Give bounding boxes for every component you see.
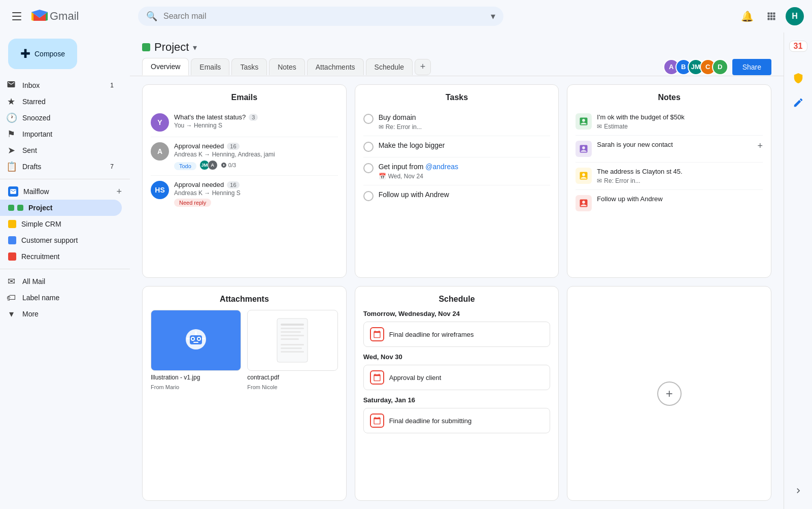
sidebar-folder-simple-crm[interactable]: Simple CRM <box>0 216 122 232</box>
compose-button[interactable]: ✚ Compose <box>8 39 77 69</box>
note-text-4: Follow up with Andrew <box>597 195 763 203</box>
note-sub-icon-3: ✉ <box>597 177 602 184</box>
add-note-button[interactable]: + <box>657 381 682 406</box>
schedule-section-3: Saturday, Jan 16 Final deadline for subm… <box>363 396 551 433</box>
folder-simple-crm-label: Simple CRM <box>21 220 61 228</box>
svg-rect-25 <box>281 338 299 340</box>
task-checkbox-2[interactable] <box>363 142 374 152</box>
sent-label: Sent <box>22 146 37 154</box>
tab-add-button[interactable]: + <box>415 59 431 75</box>
mailflow-add-icon[interactable]: + <box>116 186 122 197</box>
svg-rect-23 <box>281 331 301 333</box>
note-item-2[interactable]: Sarah is your new contact + <box>576 136 763 163</box>
user-avatar[interactable]: H <box>786 7 804 25</box>
sidebar-item-label-name[interactable]: 🏷 Label name <box>0 290 122 306</box>
email-from-2: Andreas K → Henning, Andreas, jami <box>174 151 338 158</box>
svg-point-13 <box>192 338 194 340</box>
search-dropdown-icon[interactable]: ▾ <box>491 11 495 22</box>
task-item-4[interactable]: Follow up with Andrew <box>363 185 551 206</box>
note-text-3: The address is Clayton st 45. <box>597 168 763 175</box>
sidebar-folder-project[interactable]: Project <box>0 200 122 216</box>
search-input[interactable] <box>163 12 485 21</box>
task-checkbox-3[interactable] <box>363 163 374 173</box>
sidebar-item-sent[interactable]: ➤ Sent <box>0 142 122 158</box>
task-label-4: Follow up with Andrew <box>379 190 551 199</box>
note-icon-1 <box>576 113 592 130</box>
note-body-1: I'm ok with the budget of $50k ✉ Estimat… <box>597 113 763 130</box>
edit-sidebar-icon[interactable] <box>788 92 808 113</box>
task-body-2: Make the logo bigger <box>379 141 551 149</box>
schedule-item-2[interactable]: Approval by client <box>363 365 551 390</box>
task-item-2[interactable]: Make the logo bigger <box>363 136 551 157</box>
project-title-label: Project <box>154 41 189 54</box>
email-from-3: Andreas K → Henning S <box>174 189 338 197</box>
share-button[interactable]: Share <box>732 59 771 75</box>
calendar-date: 31 <box>794 42 803 50</box>
email-item-1[interactable]: Y What's the latest status? 3 You → Henn… <box>151 108 338 137</box>
notes-add-card: + <box>567 286 771 501</box>
sidebar-item-snoozed[interactable]: 🕐 Snoozed <box>0 110 122 126</box>
notification-button[interactable]: 🔔 <box>737 6 757 26</box>
task-item-3[interactable]: Get input from @andreas 📅 Wed, Nov 24 <box>363 157 551 185</box>
expand-sidebar-icon[interactable] <box>788 481 808 501</box>
email-item-2[interactable]: A Approval needed 16 Andreas K → Henning… <box>151 137 338 176</box>
note-item-1[interactable]: I'm ok with the budget of $50k ✉ Estimat… <box>576 108 763 136</box>
sidebar-item-inbox[interactable]: Inbox 1 <box>0 77 122 93</box>
tab-schedule[interactable]: Schedule <box>366 58 413 75</box>
project-title[interactable]: Project ▾ <box>142 41 197 54</box>
email-tag-reply: Need reply <box>174 199 211 207</box>
note-item-3[interactable]: The address is Clayton st 45. ✉ Re: Erro… <box>576 163 763 190</box>
note-icon-3 <box>576 168 592 184</box>
calendar-widget[interactable]: 31 <box>789 41 807 52</box>
schedule-date-3: Saturday, Jan 16 <box>363 396 551 404</box>
project-dropdown-icon[interactable]: ▾ <box>193 43 197 52</box>
note-item-4[interactable]: Follow up with Andrew <box>576 190 763 216</box>
tasks-sidebar-icon[interactable] <box>788 68 808 88</box>
sidebar-folder-recruitment[interactable]: Recruitment <box>0 248 122 265</box>
attach-grid: Illustration - v1.jpg From Mario <box>151 310 338 390</box>
schedule-item-1[interactable]: Final deadline for wireframes <box>363 322 551 347</box>
search-bar[interactable]: 🔍 ▾ <box>138 7 503 26</box>
task-checkbox-4[interactable] <box>363 191 374 201</box>
attach-item-1[interactable]: Illustration - v1.jpg From Mario <box>151 310 241 390</box>
starred-icon: ★ <box>6 96 16 107</box>
tab-tasks[interactable]: Tasks <box>231 58 267 75</box>
tab-emails[interactable]: Emails <box>191 58 229 75</box>
sent-icon: ➤ <box>6 145 16 156</box>
svg-rect-28 <box>281 351 304 353</box>
search-icon: 🔍 <box>146 11 157 22</box>
svg-rect-24 <box>281 335 304 336</box>
schedule-item-3[interactable]: Final deadline for submitting <box>363 408 551 433</box>
schedule-card: Schedule Tomorrow, Wednesday, Nov 24 Fin… <box>355 286 559 501</box>
menu-button[interactable] <box>8 8 25 24</box>
right-sidebar: 31 <box>784 33 812 509</box>
sidebar-folder-customer-support[interactable]: Customer support <box>0 232 122 248</box>
task-item-1[interactable]: Buy domain ✉ Re: Error in... <box>363 108 551 136</box>
gmail-logo[interactable]: Gmail <box>31 9 79 24</box>
tab-attachments[interactable]: Attachments <box>307 58 364 75</box>
note-add-icon[interactable]: + <box>757 141 763 151</box>
mailflow-row[interactable]: Mailflow + <box>0 183 130 200</box>
email-body-3: Approval needed 16 Andreas K → Henning S… <box>174 181 338 207</box>
tab-notes[interactable]: Notes <box>269 58 305 75</box>
tasks-card-title: Tasks <box>363 93 551 102</box>
gmail-m-icon <box>31 9 48 24</box>
tab-overview[interactable]: Overview <box>142 58 189 76</box>
sidebar-item-more[interactable]: ▾ More <box>0 306 122 322</box>
sidebar-item-important[interactable]: ⚑ Important <box>0 126 122 142</box>
svg-rect-22 <box>281 328 304 329</box>
sidebar-item-drafts[interactable]: 📋 Drafts 7 <box>0 158 122 175</box>
task-checkbox-1[interactable] <box>363 114 374 124</box>
apps-button[interactable] <box>761 6 782 26</box>
sidebar-item-all-mail[interactable]: ✉ All Mail <box>0 273 122 290</box>
svg-rect-3 <box>768 15 770 17</box>
email-avatar-2: A <box>151 142 169 161</box>
attach-item-2[interactable]: contract.pdf From Nicole <box>247 310 337 390</box>
sidebar-item-starred[interactable]: ★ Starred <box>0 93 122 110</box>
email-item-3[interactable]: HS Approval needed 16 Andreas K → Hennin… <box>151 176 338 212</box>
svg-rect-1 <box>770 13 772 15</box>
member-avatar-5[interactable]: D <box>712 59 728 75</box>
note-text-2: Sarah is your new contact <box>597 141 763 148</box>
topbar-left: Gmail <box>8 8 130 24</box>
svg-rect-27 <box>281 347 302 349</box>
